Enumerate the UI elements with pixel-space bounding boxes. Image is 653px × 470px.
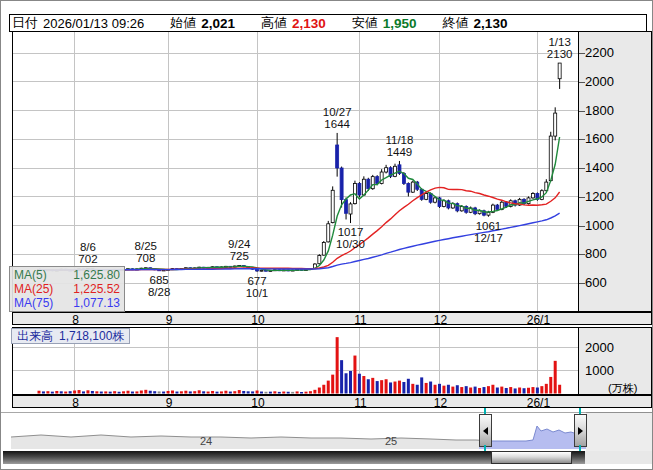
right-triangle-icon — [578, 427, 583, 435]
x-axis-month-label: 8 — [72, 313, 79, 327]
volume-axis-tick-label: 1000 — [585, 363, 614, 378]
volume-axis-tick-label: 2000 — [585, 340, 614, 355]
x-axis-month-label: 9 — [166, 313, 173, 327]
ma-legend-label: MA(5) — [14, 268, 47, 282]
price-annotation: 10/271644 — [323, 106, 352, 130]
low-label: 安値 — [352, 14, 378, 32]
range-handle-tick — [484, 408, 486, 414]
price-annotation: 101710/30 — [336, 226, 365, 250]
ma-legend-box: MA(5)1,625.80MA(25)1,225.52MA(75)1,077.1… — [9, 266, 125, 312]
range-left-arrow-button[interactable] — [479, 414, 492, 447]
ma-legend-row: MA(25)1,225.52 — [10, 282, 124, 296]
x-axis-month-label: 8 — [72, 396, 79, 410]
date-label: 日付 — [12, 14, 38, 32]
price-annotation: 1/132130 — [547, 36, 573, 60]
x-axis-strip-volume: 8910111226/1 — [12, 395, 652, 408]
y-axis-tick-mark — [579, 111, 585, 112]
low-value: 1,950 — [383, 16, 417, 31]
high-label: 高値 — [261, 14, 287, 32]
y-axis-tick-label: 1400 — [585, 160, 614, 175]
price-annotation: 9/24725 — [228, 238, 250, 262]
x-axis-month-label: 12 — [434, 396, 447, 410]
y-axis-tick-label: 1800 — [585, 103, 614, 118]
price-annotation: 106112/17 — [474, 220, 503, 244]
range-right-arrow-button[interactable] — [574, 414, 587, 447]
y-axis-tick-mark — [579, 226, 585, 227]
high-value: 2,130 — [292, 16, 326, 31]
volume-label: 出来高 — [17, 329, 53, 343]
left-triangle-icon — [483, 427, 488, 435]
close-value: 2,130 — [474, 16, 508, 31]
y-axis-tick-label: 2200 — [585, 45, 614, 60]
volume-header-box: 出来高 1,718,100株 — [11, 328, 130, 344]
ma-legend-row: MA(75)1,077.13 — [10, 296, 124, 310]
ma-legend-value: 1,625.80 — [73, 268, 120, 282]
ma-legend-value: 1,225.52 — [73, 282, 120, 296]
y-axis-tick-label: 800 — [585, 246, 607, 261]
volume-value: 1,718,100株 — [59, 329, 124, 343]
y-axis-tick-label: 2000 — [585, 74, 614, 89]
date-value: 2026/01/13 09:26 — [43, 16, 144, 31]
y-axis-tick-mark — [579, 197, 585, 198]
navigator-range-chart[interactable] — [3, 412, 652, 450]
scrollbar-right-spacer — [585, 451, 652, 464]
navigator-empty-area — [586, 412, 652, 451]
y-axis-tick-mark — [579, 82, 585, 83]
y-axis-tick-label: 600 — [585, 275, 607, 290]
open-value: 2,021 — [201, 16, 235, 31]
close-label: 終値 — [443, 14, 469, 32]
volume-unit-label: (万株) — [608, 381, 637, 396]
price-annotation: 67710/1 — [246, 275, 268, 299]
ma-legend-label: MA(25) — [14, 282, 53, 296]
y-axis-tick-label: 1200 — [585, 189, 614, 204]
x-axis-month-label: 11 — [354, 313, 366, 327]
quote-info-bar: 日付 2026/01/13 09:26 始値 2,021 高値 2,130 安値… — [9, 14, 647, 32]
y-axis-tick-mark — [579, 139, 585, 140]
navigator-year-label: 24 — [200, 435, 212, 447]
y-axis-tick-mark — [579, 53, 585, 54]
x-axis-month-label: 9 — [166, 396, 173, 410]
y-axis-tick-mark — [579, 283, 585, 284]
x-axis-month-label: 10 — [251, 313, 264, 327]
ma-legend-row: MA(5)1,625.80 — [10, 268, 124, 282]
y-axis-tick-label: 1000 — [585, 218, 614, 233]
x-axis-month-label: 12 — [434, 313, 447, 327]
y-axis-tick-mark — [579, 168, 585, 169]
x-axis-month-label: 11 — [354, 396, 366, 410]
x-axis-month-label: 26/1 — [527, 313, 550, 327]
price-annotation: 11/181449 — [385, 134, 413, 158]
price-annotation: 8/25708 — [135, 240, 157, 264]
price-annotation: 6858/28 — [148, 274, 170, 298]
x-axis-month-label: 10 — [251, 396, 264, 410]
x-axis-strip-price: 8910111226/1 — [12, 312, 652, 325]
open-label: 始値 — [170, 14, 196, 32]
ma-legend-value: 1,077.13 — [73, 296, 120, 310]
y-axis-tick-label: 1600 — [585, 131, 614, 146]
navigator-year-label: 25 — [385, 435, 397, 447]
chart-window: 日付 2026/01/13 09:26 始値 2,021 高値 2,130 安値… — [0, 0, 653, 470]
range-handle-tick — [579, 408, 581, 414]
y-axis-tick-mark — [579, 254, 585, 255]
price-annotation: 8/6702 — [78, 241, 97, 265]
ma-legend-label: MA(75) — [14, 296, 53, 310]
x-axis-month-label: 26/1 — [527, 396, 550, 410]
horizontal-scrollbar-thumb[interactable] — [491, 451, 572, 464]
